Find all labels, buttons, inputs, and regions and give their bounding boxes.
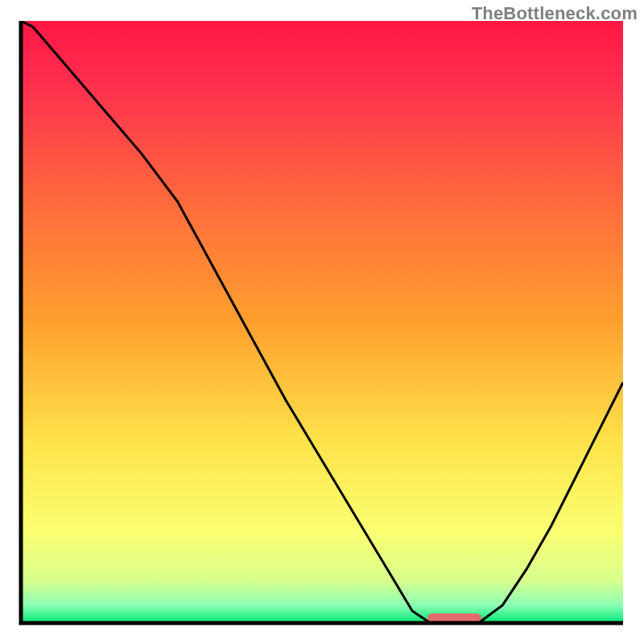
bottleneck-chart: TheBottleneck.com xyxy=(0,0,644,644)
watermark-text: TheBottleneck.com xyxy=(472,3,638,24)
chart-svg xyxy=(0,0,644,644)
gradient-background xyxy=(21,21,623,623)
